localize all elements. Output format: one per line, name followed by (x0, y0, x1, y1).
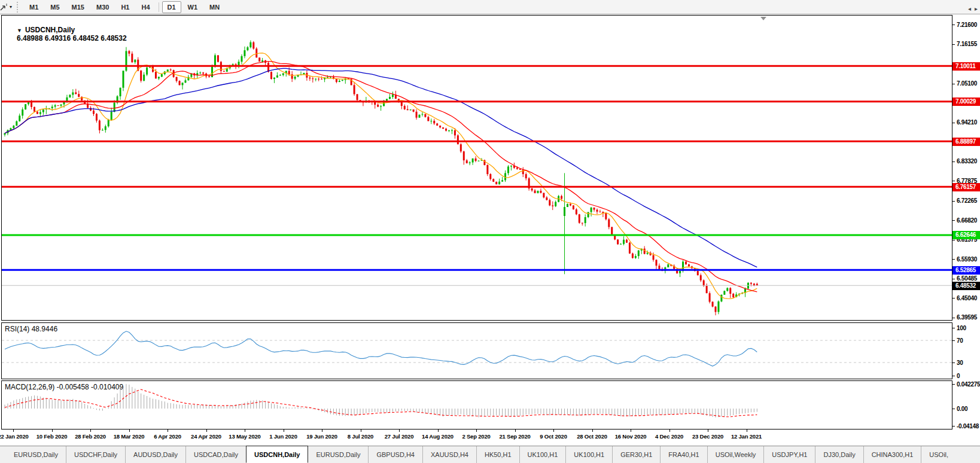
collapse-arrow-icon[interactable]: ▼ (17, 28, 22, 33)
date-label: 14 Aug 2020 (422, 433, 454, 440)
axis-tick (952, 376, 955, 376)
axis-tick (952, 84, 955, 84)
bid-price-label: 6.48532 (952, 282, 980, 290)
axis-tick (952, 384, 955, 385)
symbol-tab[interactable]: AUDUSD,Daily (125, 446, 185, 463)
date-label: 23 Dec 2020 (692, 433, 723, 440)
rsi-legend: RSI(14) 48.9446 (5, 325, 57, 333)
axis-tick (952, 44, 955, 45)
date-tick (399, 430, 400, 432)
symbol-tab[interactable]: DJ30,Daily (815, 446, 863, 463)
chart-cursor-icon[interactable] (0, 1, 10, 13)
date-label: 22 Jan 2020 (0, 433, 29, 440)
price-chart-pane[interactable]: ▼USDCNH,Daily 6.48988 6.49316 6.48452 6.… (1, 15, 952, 321)
symbol-tab[interactable]: FRA40,H1 (660, 446, 707, 463)
timeframe-button-d1[interactable]: D1 (162, 1, 181, 13)
price-tick-label: 6.66820 (957, 217, 977, 224)
rsi-canvas[interactable] (2, 323, 952, 379)
date-label: 2 Sep 2020 (462, 433, 490, 440)
toolbar-dropdown-icon[interactable]: ▾ (10, 4, 14, 10)
symbol-tab[interactable]: USDCAD,Daily (185, 446, 246, 463)
date-tick (747, 430, 747, 432)
date-label: 1 Jun 2020 (269, 433, 297, 440)
symbol-tab[interactable]: USDCNH,Daily (246, 446, 308, 463)
date-tick (13, 430, 14, 432)
price-line-label: 6.62646 (952, 231, 980, 239)
axis-tick (952, 220, 955, 221)
macd-signal-value: -0.010409 (91, 383, 123, 391)
price-tick-label: 6.94210 (957, 118, 977, 126)
scroll-position-icon (760, 17, 766, 20)
symbol-tab[interactable]: EURUSD,Daily (6, 446, 66, 463)
date-label: 21 Sep 2020 (499, 433, 530, 440)
symbol-tab[interactable]: HK50,H1 (476, 446, 519, 463)
date-tick (631, 430, 631, 432)
rsi-axis-label: 70 (957, 337, 963, 345)
axis-tick (952, 279, 955, 279)
symbol-tab[interactable]: UK100,H1 (565, 446, 612, 463)
date-tick (361, 430, 361, 432)
symbol-tab[interactable]: USDCHF,Daily (66, 446, 125, 463)
rsi-axis-label: 100 (957, 324, 966, 332)
rsi-pane[interactable]: RSI(14) 48.9446 (1, 322, 952, 379)
tab-scroll-left-icon[interactable]: ◂ (968, 5, 971, 12)
date-tick (708, 430, 708, 432)
symbol-tab[interactable]: XAUUSD,H4 (422, 446, 476, 463)
symbol-tab[interactable]: CHINA300,H1 (863, 446, 921, 463)
symbol-tab[interactable]: UK100,H1 (519, 446, 566, 463)
date-label: 13 May 2020 (229, 433, 260, 440)
macd-legend: MACD(12,26,9) -0.005458 -0.010409 (5, 383, 123, 391)
symbol-tab[interactable]: USOil,Weekly (707, 446, 764, 463)
macd-pane[interactable]: MACD(12,26,9) -0.005458 -0.010409 (1, 380, 952, 430)
date-tick (322, 430, 322, 432)
symbol-tab[interactable]: GBPUSD,H4 (368, 446, 422, 463)
date-tick (52, 430, 53, 432)
symbol-tab[interactable]: USDJPY,H1 (763, 446, 815, 463)
price-tick-label: 6.39595 (957, 313, 977, 321)
axis-tick (952, 318, 955, 318)
axis-tick (952, 340, 955, 341)
symbol-tab[interactable]: USOil, (921, 446, 956, 463)
axis-tick (952, 409, 955, 409)
ohlc-low: 6.48452 (72, 34, 98, 42)
date-tick (438, 430, 439, 432)
date-label: 8 Jul 2020 (348, 433, 373, 440)
trading-terminal-window: ▾ M1M5M15M30H1H4D1W1MN ▼USDCNH,Daily 6.4… (0, 0, 980, 463)
date-label: 10 Feb 2020 (36, 433, 68, 440)
axis-tick (952, 363, 955, 363)
macd-axis-label: -0.04148 (957, 422, 979, 430)
price-chart-canvas[interactable] (2, 16, 952, 320)
symbol-tab[interactable]: GER30,H1 (612, 446, 660, 463)
date-tick (669, 430, 670, 432)
date-tick (284, 430, 284, 432)
symbol-tab[interactable]: EURUSD,Daily (308, 446, 368, 463)
timeframe-button-h1[interactable]: H1 (115, 1, 135, 13)
chart-tab-bar: EURUSD,DailyUSDCHF,DailyAUDUSD,DailyUSDC… (0, 446, 980, 463)
macd-canvas[interactable] (2, 381, 952, 429)
timeframe-button-w1[interactable]: W1 (182, 1, 203, 13)
tab-scroll-right-icon[interactable]: ▸ (975, 5, 978, 12)
timeframe-button-m1[interactable]: M1 (24, 1, 44, 13)
price-axis[interactable]: 7.216007.161557.051006.942106.833206.778… (952, 15, 980, 430)
price-line-label: 7.00029 (952, 98, 980, 106)
date-tick (245, 430, 245, 432)
price-tick-label: 7.21600 (957, 21, 977, 29)
price-tick-label: 6.83320 (957, 157, 977, 165)
toolbar-grip[interactable] (17, 2, 21, 13)
date-tick (592, 430, 593, 432)
date-tick (515, 430, 516, 432)
tab-scroll-arrows: ◂ ▸ (968, 0, 978, 17)
axis-tick (952, 298, 955, 298)
timeframe-button-h4[interactable]: H4 (136, 1, 155, 13)
time-axis[interactable]: 22 Jan 202010 Feb 202028 Feb 202018 Mar … (0, 430, 980, 445)
timeframe-button-m30[interactable]: M30 (91, 1, 114, 13)
date-label: 6 Apr 2020 (154, 433, 181, 440)
timeframe-button-mn[interactable]: MN (204, 1, 225, 13)
timeframe-button-m5[interactable]: M5 (45, 1, 65, 13)
date-label: 24 Apr 2020 (191, 433, 221, 440)
date-tick (476, 430, 477, 432)
price-line-label: 6.76157 (952, 183, 980, 191)
timeframe-button-m15[interactable]: M15 (66, 1, 90, 13)
rsi-value: 48.9446 (32, 325, 57, 333)
date-label: 9 Oct 2020 (540, 433, 567, 440)
